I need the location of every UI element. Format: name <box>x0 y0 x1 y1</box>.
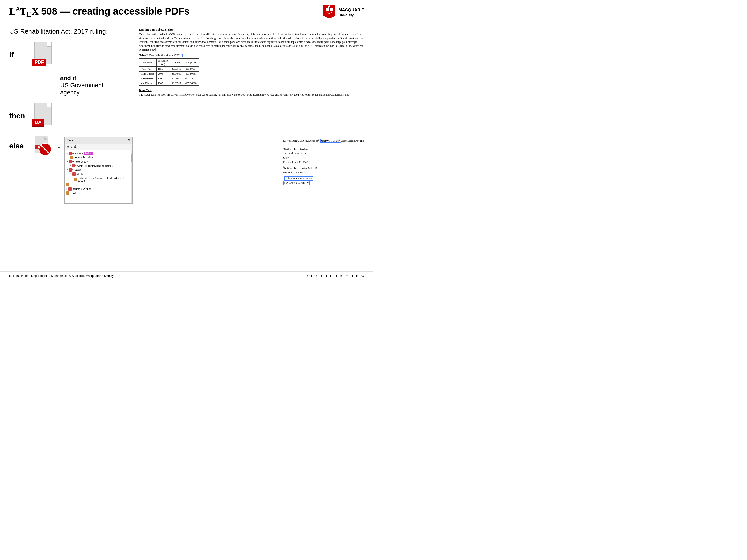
table-cell: 2006 <box>156 71 170 76</box>
nav-btn-prev-1[interactable]: ◄ ◄ <box>305 274 313 278</box>
affil1-line1: National Park Service <box>284 148 308 151</box>
affil2-line2: Big Pine, CA 93513 <box>283 171 305 174</box>
tags-panel: Tags × ⊞ ▾ ⓘ ∨ <author> Author Jeremy M.… <box>65 137 133 204</box>
table-cell: 36.06547 <box>170 81 183 85</box>
macquarie-univ: University <box>338 13 364 17</box>
nav-btn-next-4[interactable]: ► <box>355 274 359 278</box>
title-rest: 508 — creating accessible PDFs <box>41 6 190 17</box>
tags-info-icon[interactable]: ⓘ <box>74 145 77 149</box>
table-cell: 36.04025 <box>170 71 183 76</box>
highlighted-author: Jeremy M. White3 <box>320 139 341 143</box>
table-row: Kin Kletso190536.06547-107.96900 <box>139 81 199 85</box>
tree-reference[interactable]: ∨ <Reference> <box>65 160 132 164</box>
table-row: Gallo Cuesta200636.04025-107.90461 <box>139 71 199 76</box>
table-cell: Pueblo Alto <box>139 76 157 81</box>
affil-2: 2National Park Service (retired) Big Pin… <box>283 166 364 175</box>
tree-and[interactable]: , and <box>65 191 132 195</box>
table-cell: -107.90854 <box>183 67 199 71</box>
macquarie-shield-icon <box>322 4 336 20</box>
table-cell: -107.95522 <box>183 76 199 81</box>
tree-note[interactable]: ∨ <Note> <box>65 168 132 172</box>
author-badge: Author <box>84 152 93 155</box>
note-text: <Note> <box>73 168 81 171</box>
table-caption-bold: Table 2: <box>139 54 149 57</box>
svg-rect-1 <box>330 8 333 11</box>
jeremy-text: Jeremy M. White <box>74 156 93 159</box>
header-divider <box>9 23 364 23</box>
chevron-icon: ∨ <box>67 169 68 171</box>
table-cell: Kin Kletso <box>139 81 157 85</box>
else-label: else <box>9 142 28 150</box>
footer: Dr Ross Moore, Department of Mathematics… <box>0 271 374 280</box>
tags-content-area: ∨ <author> Author Jeremy M. White ∨ <Ref… <box>65 150 132 204</box>
chevron-icon: ∨ <box>67 152 68 154</box>
table-cell: -107.90461 <box>183 71 199 76</box>
table-cell: 1955 <box>156 67 170 71</box>
nav-btn-next-1[interactable]: ► <box>319 274 324 278</box>
tags-chevron-icon[interactable]: ▾ <box>71 145 72 149</box>
data-table: Site Name Elevation(m) Latitude Longitud… <box>139 58 199 86</box>
ua-icon: UA <box>32 103 53 129</box>
section-heading: Locating Data Collection Sites <box>139 28 364 31</box>
table-caption: Table 2: Data collection sites at CHCU. <box>139 53 364 57</box>
table-row: Water Tank195536.03153-107.90854 <box>139 67 199 71</box>
tags-scrollbar[interactable] <box>131 150 132 204</box>
nav-curve-icon: ↺ <box>361 274 364 278</box>
rehab-act-title: US Rehabilitation Act, 2017 ruling: <box>9 28 130 35</box>
col-site-name: Site Name <box>139 58 157 67</box>
table-cell: 1905 <box>156 81 170 85</box>
if-row: If PDF <box>9 42 130 68</box>
nav-separator: ≡ <box>345 273 348 278</box>
nav-btn-next-3[interactable]: ► <box>339 274 344 278</box>
section-text: These observations with the CCD camera a… <box>139 32 364 52</box>
chevron-icon: ∨ <box>67 160 68 163</box>
tree-link[interactable]: > <Link> to destination Hfootnote.3 <box>65 164 132 168</box>
affil1-line4: Fort Collins, CO 80525 <box>283 161 308 163</box>
affil1-line2: 1201 Oakridge Drive <box>283 152 306 155</box>
us-govt-line1: US Government <box>60 82 103 89</box>
affil-3: 3Colorado State University Fort Collins,… <box>283 177 364 185</box>
page-title: LATEX 508 — creating accessible PDFs <box>9 6 190 19</box>
tags-grid-icon[interactable]: ⊞ <box>67 145 69 149</box>
svg-point-3 <box>329 5 330 7</box>
table-cell: 36.03153 <box>170 67 183 71</box>
nav-btn-next-2[interactable]: ► ► <box>325 274 333 278</box>
author-line: Li-Wei Hung1, Dan M. Duriscoe2, Jeremy M… <box>283 139 364 145</box>
author-tag-text: <author> <box>73 152 83 155</box>
tree-author-2[interactable]: > <author> Author <box>65 187 132 191</box>
nav-btn-prev-4[interactable]: ◄ <box>350 274 354 278</box>
table-row: Pueblo Alto196536.07018-107.95522 <box>139 76 199 81</box>
col-latitude: Latitude <box>170 58 183 67</box>
comma-text: , <box>70 183 71 186</box>
macquarie-name: MACQUARIE <box>338 7 364 13</box>
tags-tree: ∨ <author> Author Jeremy M. White ∨ <Ref… <box>65 150 132 204</box>
water-tank-heading: Water Tank <box>139 88 364 92</box>
footer-nav: ◄ ◄ ◄ ► ► ► ◄ ► ≡ ◄ ► ↺ <box>305 273 364 278</box>
tag-icon-red <box>69 152 72 155</box>
table-cell: 1965 <box>156 76 170 81</box>
table-cell: Water Tank <box>139 67 157 71</box>
tags-toolbar: ⊞ ▾ ⓘ <box>65 144 132 150</box>
tags-header: Tags × <box>65 137 132 144</box>
tags-scrollbar-thumb[interactable] <box>131 154 132 162</box>
reference-text: <Reference> <box>73 160 88 163</box>
water-tank-text: The Water Tank site is on the canyon rim… <box>139 93 364 97</box>
tree-comma[interactable]: , <box>65 183 132 187</box>
footer-text: Dr Ross Moore, Department of Mathematics… <box>9 274 114 277</box>
tags-close-button[interactable]: × <box>128 138 130 142</box>
tree-author-1[interactable]: ∨ <author> Author <box>65 151 132 155</box>
nav-btn-prev-2[interactable]: ◄ <box>314 274 318 278</box>
and-text: , and <box>70 192 76 194</box>
link-text: <Link> to destination Hfootnote.3 <box>76 164 113 167</box>
nav-btn-prev-3[interactable]: ◄ <box>334 274 338 278</box>
dot-label: . <box>58 142 60 150</box>
tree-lbl[interactable]: ∨ <Lbl> <box>65 172 132 176</box>
tree-csu[interactable]: Colorado State University Fort Collins, … <box>65 176 132 183</box>
author-2-text: <author> Author <box>73 188 91 190</box>
chevron-icon: > <box>67 188 68 190</box>
table-cell: -107.96900 <box>183 81 199 85</box>
if-label: If <box>9 51 28 59</box>
tree-jeremy[interactable]: Jeremy M. White <box>65 155 132 160</box>
col-longitude: Longitude <box>183 58 199 67</box>
and-if-row: and if US Government agency <box>9 75 130 96</box>
